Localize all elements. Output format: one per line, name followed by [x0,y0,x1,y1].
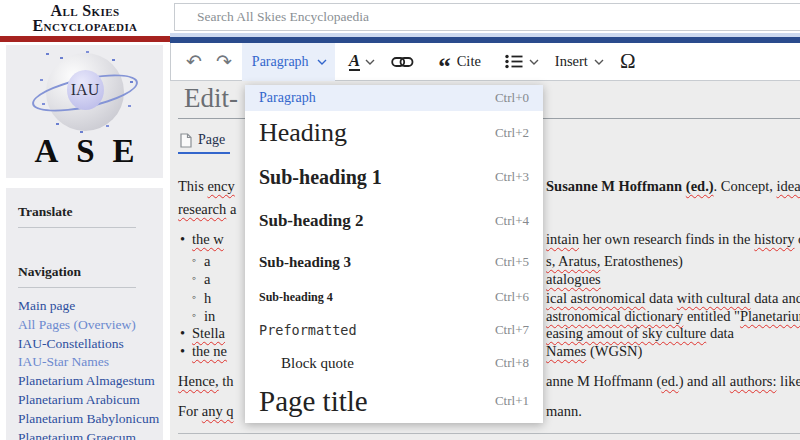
menu-item-page-title[interactable]: Page titleCtrl+1 [245,379,543,423]
line-left-fragment: in [204,308,215,325]
text-segment: For [178,403,202,419]
tab-page[interactable]: Page [180,132,225,148]
text-segment: (WGSN) [586,343,642,359]
line-left-fragment: Hence, th [178,373,234,390]
menu-item-sub-heading-3[interactable]: Sub-heading 3Ctrl+5 [245,243,543,281]
sidebar-link-planetarium-arabicum[interactable]: Planetarium Arabicum [18,391,163,410]
search-box[interactable] [174,3,800,31]
chevron-down-icon[interactable] [594,59,604,65]
paragraph-format-menu: ParagraphCtrl+0HeadingCtrl+2Sub-heading … [245,85,543,423]
page-title: Edit- [184,83,238,114]
bullet-marker: • [180,325,185,342]
line-left-fragment: a [204,271,210,288]
sidebar-link-planetarium-almagestum[interactable]: Planetarium Almagestum [18,372,163,391]
redo-icon[interactable]: ↷ [216,52,232,71]
search-input[interactable] [197,9,770,25]
sidebar-link-main-page[interactable]: Main page [18,297,163,316]
sub-bullet-marker: ◦ [192,290,196,305]
text-segment: a [226,201,236,217]
sub-bullet-marker: ◦ [192,253,196,268]
menu-item-shortcut: Ctrl+6 [495,289,529,305]
chevron-down-icon[interactable] [529,59,539,65]
undo-icon[interactable]: ↶ [186,52,202,71]
menu-item-label: Sub-heading 3 [259,254,351,271]
wiki-editor-page: All Skies Encyclopaedia ↶ ↷ Paragraph A [0,0,800,440]
sidebar-link-all-pages-overview[interactable]: All Pages (Overview) [18,316,163,335]
paragraph-format-button[interactable]: Paragraph [242,43,335,81]
bullet-marker: • [180,231,185,248]
text-segment: idea [776,178,800,194]
text-segment: Eratosthenes) [600,253,683,269]
text-segment: Planetarium Babylonicum [740,308,800,324]
text-segment: (ed.) [686,178,714,194]
menu-item-sub-heading-4[interactable]: Sub-heading 4Ctrl+6 [245,281,543,313]
text-segment: in [204,308,215,324]
line-left-fragment: research a [178,201,236,218]
text-segment: . Concept, [714,178,777,194]
text-segment: atalogues [546,271,601,287]
menu-item-label: Sub-heading 1 [259,166,382,189]
sidebar-logo-box: IAU ASE [6,45,163,178]
menu-item-shortcut: Ctrl+5 [495,254,529,270]
line-left-fragment: For any q [178,403,234,420]
text-segment: Names [546,343,586,359]
menu-item-preformatted[interactable]: PreformattedCtrl+7 [245,313,543,347]
sidebar-link-iau-star-names[interactable]: IAU-Star Names [18,353,163,372]
sidebar-link-iau-constellations[interactable]: IAU-Constellations [18,335,163,354]
text-style-button[interactable]: A [349,52,360,72]
site-title[interactable]: All Skies Encyclopaedia [0,0,170,33]
line-right-fragment: intain her own research finds in the his… [546,231,800,248]
text-segment: entitled " [683,308,740,324]
line-right-fragment: astronomical dictionary entitled "Planet… [546,308,800,325]
iau-globe-logo[interactable]: IAU [46,53,124,131]
line-left-fragment: Stella [192,325,225,342]
horizontal-rule [178,433,800,434]
line-right-fragment: atalogues [546,271,601,288]
text-segment: authors: [730,373,777,389]
text-segment: This [178,178,207,194]
menu-item-paragraph[interactable]: ParagraphCtrl+0 [245,85,543,111]
sidebar-menu-box: Translate Navigation Main pageAll Pages … [6,188,163,440]
menu-item-block-quote[interactable]: Block quoteCtrl+8 [245,347,543,379]
menu-item-shortcut: Ctrl+0 [495,90,529,106]
sidebar-link-planetarium-babylonicum[interactable]: Planetarium Babylonicum [18,410,163,429]
sidebar: IAU ASE Translate Navigation Main pageAl… [0,43,170,440]
text-segment: th [219,373,234,389]
page-icon [180,133,192,148]
line-right-fragment: Susanne M Hoffmann (ed.). Concept, idea,… [546,178,800,195]
insert-button[interactable]: Insert [555,53,588,70]
list-icon[interactable] [505,54,523,69]
text-segment: ency [207,178,234,194]
menu-item-heading[interactable]: HeadingCtrl+2 [245,111,543,155]
menu-item-label: Heading [259,118,347,148]
line-left-fragment: a [204,253,210,270]
site-header-right [170,0,800,43]
link-icon[interactable] [391,56,414,68]
menu-item-label: Page title [259,385,368,418]
text-segment: a [204,253,210,269]
site-header-left: All Skies Encyclopaedia [0,0,170,36]
line-right-fragment: easing amout of sky culture data [546,325,734,342]
line-right-fragment: mann. [546,403,582,420]
chevron-down-icon[interactable] [365,59,375,65]
text-segment: ical astronomical [546,290,645,306]
menu-item-label: Paragraph [259,90,316,106]
menu-item-label: Sub-heading 4 [259,290,333,305]
special-character-button[interactable]: Ω [620,49,636,74]
menu-item-label: Preformatted [259,322,357,338]
text-segment: the w [192,231,224,247]
text-segment: mann. [546,403,582,419]
text-segment: of [794,231,800,247]
text-segment: research [178,201,226,217]
text-segment: history [754,231,794,247]
text-segment: a [204,271,210,287]
text-segment: ) and all [679,373,730,389]
text-segment: anne M Hoffmann ( [546,373,661,389]
menu-item-shortcut: Ctrl+7 [495,322,529,338]
menu-item-sub-heading-1[interactable]: Sub-heading 1Ctrl+3 [245,155,543,199]
sidebar-link-planetarium-graecum[interactable]: Planetarium Graecum [18,429,163,440]
text-segment: her own research finds in the [579,231,754,247]
cite-button[interactable]: Cite [457,53,481,70]
menu-item-sub-heading-2[interactable]: Sub-heading 2Ctrl+4 [245,199,543,243]
menu-item-shortcut: Ctrl+1 [495,393,529,409]
